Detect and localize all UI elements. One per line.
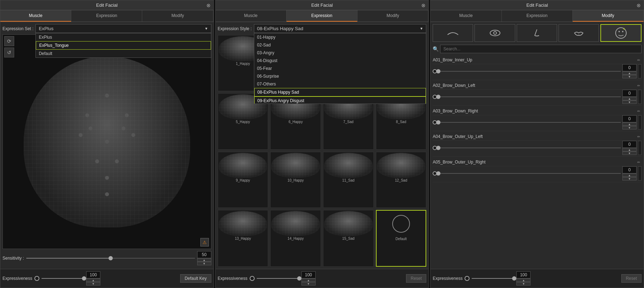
muscle-slider-track-a04[interactable]: [438, 144, 621, 151]
expressiveness-value-box-1[interactable]: 100 ▲ ▼: [86, 271, 100, 286]
face-thumb-11-sad[interactable]: 11_Sad: [323, 152, 374, 208]
face-thumb-10-happy[interactable]: 10_Happy: [270, 152, 321, 208]
style-item-04[interactable]: 04-Disgust: [254, 57, 426, 65]
default-key-button[interactable]: Default Key: [180, 274, 211, 283]
expressiveness-value-box-2[interactable]: 100 ▲ ▼: [301, 271, 316, 286]
style-item-08[interactable]: 08-ExPlus Happy Sad: [254, 88, 426, 96]
expressiveness-thumb-2[interactable]: [250, 276, 255, 281]
muscle-slider-track-a03[interactable]: [438, 119, 621, 126]
dropdown-item-explus[interactable]: ExPlus: [36, 33, 211, 41]
muscle-value-box-a01[interactable]: 0 ▲ ▼: [622, 64, 637, 78]
style-item-07[interactable]: 07-Others: [254, 80, 426, 88]
sensitivity-thumb[interactable]: [109, 256, 113, 260]
expr-thumb-1[interactable]: [82, 276, 86, 281]
muscle-up-a04[interactable]: ▲: [622, 148, 637, 151]
expression-set-dropdown[interactable]: ExPlus ▼ ExPlus ExPlus_Tongue Default: [35, 24, 211, 33]
muscle-value-a01[interactable]: 0: [622, 64, 637, 71]
panel-2-close[interactable]: ⊗: [421, 2, 426, 8]
muscle-value-box-a03[interactable]: 0 ▲ ▼: [622, 115, 637, 129]
muscle-up-a01[interactable]: ▲: [622, 71, 637, 75]
muscle-down-a04[interactable]: ▼: [622, 151, 637, 155]
modify-icon-eye[interactable]: [474, 24, 515, 42]
expression-style-btn[interactable]: 08-ExPlus Happy Sad ▼: [254, 24, 427, 33]
muscle-slider-thumb-a05[interactable]: [436, 171, 440, 176]
panel-3-close[interactable]: ⊗: [637, 2, 641, 8]
panel-1-close[interactable]: ⊗: [206, 2, 211, 8]
muscle-value-a05[interactable]: 0: [622, 166, 637, 173]
expressiveness-slider-2[interactable]: [257, 275, 299, 282]
modify-icon-face-add[interactable]: +: [600, 24, 642, 42]
style-item-05[interactable]: 05-Fear: [254, 65, 426, 72]
face-thumb-default[interactable]: Default: [376, 210, 427, 267]
face-thumb-13-happy[interactable]: 13_Happy: [218, 210, 268, 267]
reset-view-tool[interactable]: ↺: [4, 48, 14, 57]
muscle-value-a04[interactable]: 0: [622, 141, 637, 148]
style-item-06[interactable]: 06-Surprise: [254, 72, 426, 80]
expr-thumb-3[interactable]: [512, 276, 516, 281]
muscle-value-box-a05[interactable]: 0 ▲ ▼: [622, 166, 637, 181]
expr-up-3[interactable]: ▲: [516, 278, 531, 282]
muscle-edit-a04[interactable]: ✏: [637, 135, 640, 139]
expressiveness-value-3[interactable]: 100: [516, 271, 531, 278]
sensitivity-down[interactable]: ▼: [197, 262, 211, 265]
muscle-edit-a05[interactable]: ✏: [637, 160, 640, 164]
muscle-slider-track-a01[interactable]: [438, 68, 621, 75]
expr-thumb-2[interactable]: [297, 276, 301, 281]
face-thumb-14-happy[interactable]: 14_Happy: [270, 210, 321, 267]
tab-modify-1[interactable]: Modify: [142, 10, 213, 22]
modify-icon-nose[interactable]: [517, 24, 557, 42]
tab-modify-2[interactable]: Modify: [357, 10, 428, 22]
style-item-03[interactable]: 03-Angry: [254, 49, 426, 57]
search-input[interactable]: [440, 45, 642, 53]
expr-down-1[interactable]: ▼: [86, 282, 100, 286]
expressiveness-value-1[interactable]: 100: [86, 271, 100, 278]
tab-expression-2[interactable]: Expression: [287, 10, 357, 22]
style-item-02[interactable]: 02-Sad: [254, 41, 426, 49]
muscle-slider-track-a05[interactable]: [438, 170, 621, 177]
muscle-up-a05[interactable]: ▲: [622, 173, 637, 177]
reset-button-2[interactable]: Reset: [406, 274, 426, 283]
muscle-edit-a03[interactable]: ✏: [637, 109, 640, 113]
expr-up-2[interactable]: ▲: [301, 278, 316, 282]
tab-muscle-2[interactable]: Muscle: [216, 10, 287, 22]
sensitivity-up[interactable]: ▲: [197, 258, 211, 262]
reset-button-3[interactable]: Reset: [621, 274, 642, 283]
muscle-slider-thumb-a02[interactable]: [436, 95, 440, 99]
expressiveness-slider-1[interactable]: [41, 275, 84, 282]
muscle-up-a02[interactable]: ▲: [622, 97, 637, 100]
tab-expression-3[interactable]: Expression: [502, 10, 573, 22]
muscle-slider-thumb-a03[interactable]: [436, 120, 440, 124]
muscle-edit-a02[interactable]: ✏: [637, 84, 640, 88]
face-thumb-12-sad[interactable]: 12_Sad: [376, 152, 427, 208]
dropdown-item-default[interactable]: Default: [36, 50, 211, 57]
expressiveness-slider-3[interactable]: [472, 275, 514, 282]
expr-down-3[interactable]: ▼: [516, 282, 531, 286]
sensitivity-value[interactable]: 50: [197, 251, 211, 258]
face-thumb-9-happy[interactable]: 9_Happy: [218, 152, 268, 208]
muscle-slider-thumb-a01[interactable]: [436, 69, 440, 73]
muscle-down-a05[interactable]: ▼: [622, 177, 637, 181]
expressiveness-value-box-3[interactable]: 100 ▲ ▼: [516, 271, 531, 286]
muscle-down-a01[interactable]: ▼: [622, 75, 637, 78]
expressiveness-thumb-3[interactable]: [465, 276, 470, 281]
muscle-up-a03[interactable]: ▲: [622, 122, 637, 126]
muscle-value-box-a02[interactable]: 0 ▲ ▼: [622, 90, 637, 104]
face-thumb-15-sad[interactable]: 15_Sad: [323, 210, 374, 267]
expressiveness-thumb-1[interactable]: [34, 276, 39, 281]
muscle-slider-thumb-a04[interactable]: [436, 146, 440, 150]
muscle-value-box-a04[interactable]: 0 ▲ ▼: [622, 141, 637, 155]
tab-expression-1[interactable]: Expression: [71, 10, 142, 22]
dropdown-item-explus-tongue[interactable]: ExPlus_Tongue: [36, 41, 211, 50]
sensitivity-slider[interactable]: [26, 255, 195, 262]
muscle-down-a03[interactable]: ▼: [622, 126, 637, 129]
expr-up-1[interactable]: ▲: [86, 278, 100, 282]
modify-icon-lips[interactable]: [559, 24, 599, 42]
sensitivity-value-box[interactable]: 50 ▲ ▼: [197, 251, 211, 265]
style-item-01[interactable]: 01-Happy: [254, 33, 426, 41]
muscle-value-a03[interactable]: 0: [622, 115, 637, 122]
expression-set-btn[interactable]: ExPlus ▼: [35, 24, 211, 33]
muscle-edit-a01[interactable]: ✏: [637, 58, 640, 62]
rotate-tool[interactable]: ⟳: [4, 36, 14, 46]
modify-icon-brow[interactable]: [433, 24, 473, 42]
tab-modify-3[interactable]: Modify: [573, 10, 644, 22]
